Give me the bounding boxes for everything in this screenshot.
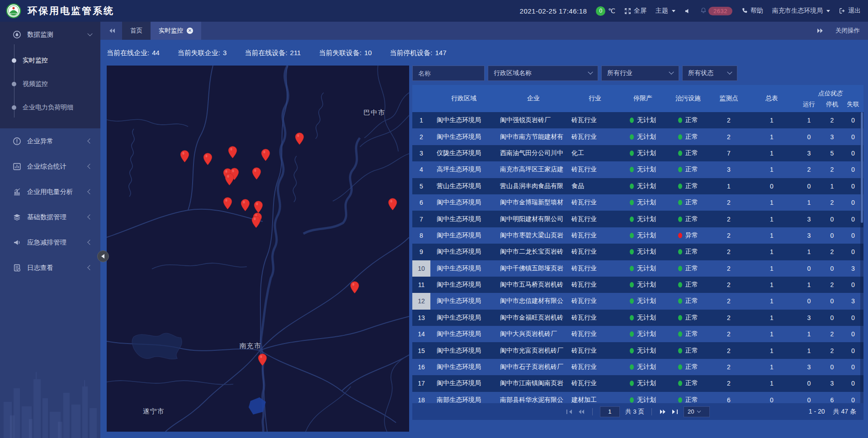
map-marker-pin-icon[interactable] bbox=[228, 146, 237, 159]
table-row[interactable]: 14阆中生态环境局阆中大兴页岩机砖厂砖瓦行业无计划正常21120 bbox=[412, 326, 863, 342]
pager-prev-button[interactable] bbox=[578, 409, 585, 414]
table-row[interactable]: 4高坪生态环境局南充市高坪区王家店建砖瓦行业无计划正常31220 bbox=[412, 161, 863, 178]
limit-status-text: 无计划 bbox=[637, 231, 656, 240]
table-row[interactable]: 2阆中生态环境局阆中市南方节能建材有砖瓦行业无计划正常21030 bbox=[412, 128, 863, 145]
cell-region: 南部生态环境局 bbox=[430, 392, 497, 403]
table-scrollbar[interactable] bbox=[860, 112, 863, 403]
pager-next-button[interactable] bbox=[659, 409, 666, 414]
table-row[interactable]: 10阆中生态环境局阆中千佛镇五郎垭页岩砖瓦行业无计划正常21003 bbox=[412, 260, 863, 277]
table-row[interactable]: 7阆中生态环境局阆中明阳建材有限公司砖瓦行业无计划正常21300 bbox=[412, 211, 863, 227]
cell-total-meter: 1 bbox=[747, 326, 797, 342]
tab-home[interactable]: 首页 bbox=[122, 22, 151, 40]
page-size-select[interactable]: 20 bbox=[684, 406, 710, 417]
sidebar-subitem-video-monitoring[interactable]: 视频监控 bbox=[0, 72, 100, 96]
table-row[interactable]: 15阆中生态环境局阆中市光富页岩机砖厂砖瓦行业无计划正常21120 bbox=[412, 342, 863, 358]
map-marker-pin-icon[interactable] bbox=[258, 353, 267, 366]
table-row[interactable]: 18南部生态环境局南部县科华水泥有限公建材加工无计划正常60060 bbox=[412, 392, 863, 403]
facility-status-text: 正常 bbox=[685, 198, 698, 207]
map-marker-pin-icon[interactable] bbox=[388, 198, 397, 211]
page-number-input[interactable] bbox=[600, 406, 620, 417]
table-row[interactable]: 8阆中生态环境局阆中市枣碧大梁山页岩砖瓦行业无计划异常21300 bbox=[412, 227, 863, 244]
map-marker-pin-icon[interactable] bbox=[295, 132, 304, 145]
status-dot-icon bbox=[678, 233, 682, 238]
map-marker-pin-icon[interactable] bbox=[203, 153, 212, 165]
map-marker-pin-icon[interactable] bbox=[223, 197, 232, 210]
table-row[interactable]: 3仪陇生态环境局西南油气田分公司川中化工无计划正常71350 bbox=[412, 145, 863, 161]
stat-label: 当前在线设备: bbox=[245, 49, 287, 57]
limit-status-text: 无计划 bbox=[637, 297, 656, 305]
map-marker-pin-icon[interactable] bbox=[350, 281, 359, 294]
map-city-label: 南充市 bbox=[240, 341, 261, 350]
cell-limit-status: 无计划 bbox=[620, 112, 665, 128]
table-row[interactable]: 17阆中生态环境局阆中市江南镇阆南页岩砖瓦行业无计划正常21030 bbox=[412, 375, 863, 391]
stat-value: 3 bbox=[223, 49, 226, 57]
tabs-scroll-left-icon[interactable] bbox=[108, 28, 116, 33]
table-row[interactable]: 11阆中生态环境局阆中市五马桥页岩机砖砖瓦行业无计划正常21120 bbox=[412, 277, 863, 293]
table-row[interactable]: 5营山生态环境局营山县润丰肉食品有限食品无计划正常10010 bbox=[412, 178, 863, 194]
pager-first-button[interactable] bbox=[566, 409, 572, 414]
cell-region: 阆中生态环境局 bbox=[430, 293, 497, 309]
scrollbar-thumb[interactable] bbox=[861, 112, 863, 223]
sidebar-subitem-power-load-detail[interactable]: 企业电力负荷明细 bbox=[0, 96, 100, 119]
sound-mute-button[interactable] bbox=[684, 8, 691, 14]
theme-dropdown[interactable]: 主题 bbox=[656, 7, 675, 15]
cell-total-meter: 0 bbox=[747, 178, 797, 194]
map-marker-pin-icon[interactable] bbox=[180, 150, 189, 163]
sidebar-item-data-monitoring[interactable]: 数据监测 bbox=[0, 22, 100, 47]
cell-facility-status: 正常 bbox=[665, 342, 711, 358]
map-canvas[interactable]: 巴中市南充市遂宁市 bbox=[107, 66, 409, 432]
cell-region: 阆中生态环境局 bbox=[430, 342, 497, 358]
column-header-running: 运行 bbox=[797, 99, 821, 112]
help-button[interactable]: 帮助 bbox=[741, 7, 763, 15]
status-dot-icon bbox=[678, 134, 682, 140]
map-marker-pin-icon[interactable] bbox=[251, 216, 261, 228]
logout-button[interactable]: 退出 bbox=[839, 7, 861, 15]
cell-industry: 化工 bbox=[570, 145, 620, 161]
map-collapse-button[interactable] bbox=[97, 250, 109, 262]
cell-company: 西南油气田分公司川中 bbox=[497, 145, 570, 161]
tab-close-icon[interactable]: ✕ bbox=[187, 28, 193, 34]
table-row[interactable]: 12阆中生态环境局阆中市忠信建材有限公砖瓦行业无计划正常21003 bbox=[412, 293, 863, 309]
cell-facility-status: 正常 bbox=[665, 392, 711, 403]
close-operations-dropdown[interactable]: 关闭操作 bbox=[835, 27, 860, 35]
cell-monitor-count: 2 bbox=[711, 277, 747, 293]
org-dropdown[interactable]: 南充市生态环境局 bbox=[772, 7, 830, 15]
table-row[interactable]: 16阆中生态环境局阆中市石子页岩机砖厂砖瓦行业无计划正常21300 bbox=[412, 359, 863, 375]
org-label: 南充市生态环境局 bbox=[772, 7, 823, 15]
sidebar-item-enterprise-abnormal[interactable]: 企业异常 bbox=[0, 128, 100, 154]
cell-total-meter: 1 bbox=[747, 128, 797, 145]
sidebar-item-emergency-reduction[interactable]: 应急减排管理 bbox=[0, 230, 100, 255]
cell-facility-status: 正常 bbox=[665, 293, 711, 309]
name-filter-input[interactable] bbox=[412, 66, 485, 81]
map-marker-pin-icon[interactable] bbox=[241, 199, 250, 212]
map-marker-pin-icon[interactable] bbox=[225, 173, 234, 186]
sidebar-item-power-usage-analysis[interactable]: 企业用电量分析 bbox=[0, 179, 100, 204]
cell-monitor-count: 7 bbox=[711, 145, 747, 161]
temperature-value-badge: 0 bbox=[596, 6, 605, 16]
region-filter-select[interactable]: 行政区域名称 bbox=[488, 66, 598, 81]
map-marker-pin-icon[interactable] bbox=[254, 201, 263, 213]
row-index: 17 bbox=[412, 375, 430, 391]
map-marker-pin-icon[interactable] bbox=[252, 167, 261, 180]
sidebar-item-log-view[interactable]: 日志查看 bbox=[0, 255, 100, 280]
notifications-button[interactable]: 2632 bbox=[700, 7, 732, 15]
table-row[interactable]: 13阆中生态环境局阆中市金福旺页岩机砖砖瓦行业无计划正常21300 bbox=[412, 310, 863, 326]
row-index: 4 bbox=[412, 161, 430, 178]
sidebar-subitem-realtime-monitoring[interactable]: 实时监控 bbox=[0, 49, 100, 72]
table-row[interactable]: 6阆中生态环境局阆中市金博瑞新型墙材砖瓦行业无计划正常21120 bbox=[412, 194, 863, 211]
tabs-scroll-right-icon[interactable] bbox=[816, 28, 824, 33]
pager-last-button[interactable] bbox=[672, 409, 678, 414]
table-row[interactable]: 9阆中生态环境局阆中市二龙长宝页岩砖砖瓦行业无计划正常21120 bbox=[412, 244, 863, 260]
cell-industry: 砖瓦行业 bbox=[570, 342, 620, 358]
main-area: 首页实时监控✕ 关闭操作 当前在线企业:44当前失联企业:3当前在线设备:211… bbox=[100, 22, 868, 438]
map-marker-pin-icon[interactable] bbox=[261, 149, 270, 161]
tab-realtime[interactable]: 实时监控✕ bbox=[151, 22, 201, 40]
fullscreen-button[interactable]: 全屏 bbox=[624, 7, 646, 15]
table-row[interactable]: 1阆中生态环境局阆中强锐页岩砖厂砖瓦行业无计划正常21120 bbox=[412, 112, 863, 128]
limit-status-text: 无计划 bbox=[637, 264, 656, 273]
status-filter-select[interactable]: 所有状态 bbox=[682, 66, 737, 81]
industry-filter-select[interactable]: 所有行业 bbox=[601, 66, 679, 81]
cell-company: 阆中市江南镇阆南页岩 bbox=[497, 375, 570, 391]
sidebar-item-enterprise-statistics[interactable]: 企业综合统计 bbox=[0, 154, 100, 179]
sidebar-item-base-data-management[interactable]: 基础数据管理 bbox=[0, 204, 100, 230]
